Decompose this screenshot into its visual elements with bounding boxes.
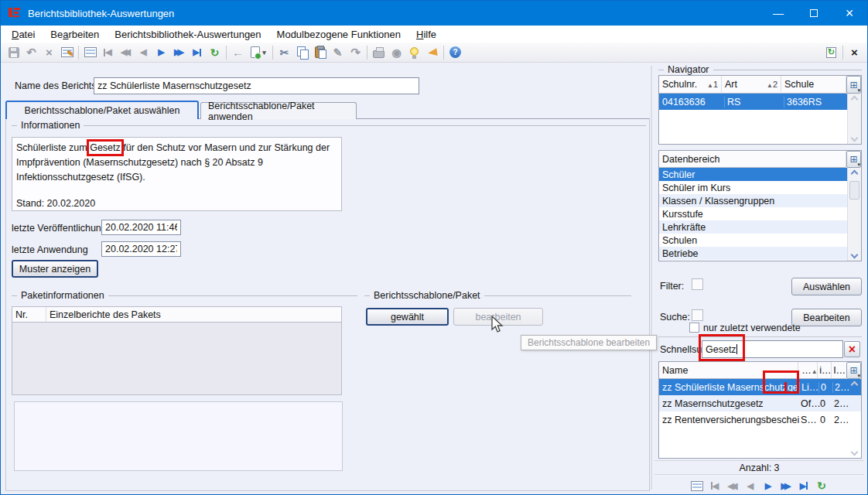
minimize-button[interactable]: — [760, 1, 796, 26]
edit-page-button[interactable]: ✎ [329, 44, 347, 61]
first-record-button[interactable]: ◀ [99, 44, 117, 61]
close-view-button[interactable]: × [846, 44, 863, 61]
save-button[interactable] [5, 44, 22, 61]
menu-modulbezogene-funktionen[interactable]: Modulbezogene Funktionen [269, 27, 408, 42]
forward-button[interactable]: ▶▶ [777, 477, 795, 494]
muster-anzeigen-button[interactable]: Muster anzeigen [12, 260, 98, 278]
list-item-betriebe[interactable]: Betriebe [659, 247, 848, 260]
tab-schablone-auswaehlen[interactable]: Berichtsschablone/Paket auswählen [5, 101, 199, 119]
first-record-button[interactable]: ◀ [706, 477, 724, 494]
disc-button[interactable]: ◉ [388, 44, 405, 61]
separator-line [658, 336, 862, 337]
gewaehlt-button[interactable]: gewählt [366, 308, 449, 326]
next-record-button[interactable]: ▶ [760, 477, 777, 494]
results-col-i[interactable]: i… [818, 362, 832, 379]
rewind-button[interactable]: ◀◀ [117, 44, 135, 61]
filter-checkbox[interactable] [692, 278, 703, 290]
result-row-1[interactable]: zz Schülerliste Masernschutzgesetz Li… 0… [659, 379, 861, 395]
results-scrollbar[interactable] [847, 379, 861, 458]
panel-splitter[interactable] [651, 66, 652, 490]
scroll-up-icon[interactable] [851, 170, 859, 178]
published-label: letzte Veröffentlichung [12, 223, 107, 234]
list-item-klassen[interactable]: Klassen / Klassengruppen [659, 194, 848, 207]
last-record-button[interactable]: ▶ [795, 477, 813, 494]
results-customize-button[interactable]: ⊞▾ [846, 362, 861, 379]
schnellsuche-input[interactable]: Gesetz [702, 340, 843, 358]
paket-col-reports[interactable]: Einzelberichte des Pakets [46, 307, 341, 323]
close-button[interactable]: × [832, 1, 867, 26]
suche-checkbox[interactable] [692, 309, 703, 321]
menu-datei[interactable]: Datei [4, 27, 43, 42]
undo-button[interactable]: ↶ [22, 44, 40, 61]
previous-record-button[interactable]: ◀ [135, 44, 152, 61]
results-col-sort[interactable]: …▲ [798, 362, 818, 379]
print-button[interactable] [370, 44, 388, 61]
last-record-button[interactable]: ▶ [188, 44, 206, 61]
paste-button[interactable] [311, 44, 329, 61]
back-button[interactable]: ← [229, 44, 247, 61]
menu-berichtsbibliothek[interactable]: Berichtsbibliothek-Auswertungen [107, 27, 268, 42]
col-art[interactable]: Art▲2 [722, 76, 781, 94]
delete-button[interactable]: × [40, 44, 58, 61]
export-icon [826, 47, 836, 58]
datasheet-button[interactable] [81, 44, 99, 61]
scroll-up-icon[interactable] [851, 96, 859, 104]
list-item-lehrkraefte[interactable]: Lehrkräfte [659, 220, 848, 234]
grid-customize-button[interactable]: ⊞▾ [846, 76, 861, 94]
bearbeiten-suche-button[interactable]: Bearbeiten [791, 309, 862, 326]
forward-button[interactable]: ▶▶ [170, 44, 188, 61]
datenbereich-list: Datenbereich ⊞▾ Schüler Schüler im Kurs … [658, 150, 862, 261]
list-item-schueler[interactable]: Schüler [659, 168, 848, 181]
export-button[interactable] [822, 44, 840, 61]
help-button[interactable]: ? [446, 44, 464, 61]
refresh-button[interactable]: ↻ [813, 477, 831, 494]
list-item-schulen[interactable]: Schulen [659, 234, 848, 247]
datenbereich-header[interactable]: Datenbereich [659, 151, 846, 168]
dropdown-icon[interactable]: ▾ [262, 49, 266, 56]
result-row-2[interactable]: zz Masernschutzgesetz Of… 0 2… [659, 395, 861, 411]
paket-col-nr[interactable]: Nr. [12, 307, 46, 323]
scroll-down-icon[interactable] [851, 251, 859, 259]
revert-button[interactable]: ↷ [347, 44, 364, 61]
scroll-down-icon[interactable] [850, 449, 858, 456]
tab-schablone-anwenden[interactable]: Berichtsschablone/Paket anwenden [200, 102, 357, 119]
list-item-kursstufe[interactable]: Kursstufe [659, 207, 848, 220]
notify-button[interactable] [423, 44, 441, 61]
results-col-l[interactable]: I… [832, 362, 846, 379]
previous-record-button[interactable]: ◀ [742, 477, 760, 494]
col-schulnr[interactable]: Schulnr.▲▲11 [659, 76, 722, 94]
school-grid-scrollbar[interactable] [847, 94, 861, 144]
datenbereich-customize-button[interactable]: ⊞▾ [846, 151, 861, 168]
datenbereich-scrollbar[interactable] [847, 168, 861, 261]
hint-button[interactable] [405, 44, 423, 61]
navigator-legend: Navigator [664, 64, 713, 75]
nur-zuletzt-checkbox[interactable] [689, 323, 699, 333]
menu-bearbeiten[interactable]: Bearbeiten [43, 27, 107, 42]
scroll-down-icon[interactable] [851, 135, 859, 142]
auswaehlen-button[interactable]: Auswählen [791, 278, 862, 295]
cut-button[interactable]: ✂ [275, 44, 293, 61]
school-row[interactable]: 04163636 RS 3636RS [659, 94, 861, 110]
bearbeiten-tooltip: Berichtsschablone bearbeiten [521, 335, 657, 350]
scroll-up-icon[interactable] [850, 381, 858, 389]
copy-button[interactable] [293, 44, 311, 61]
clear-search-button[interactable]: × [844, 341, 860, 357]
scroll-thumb[interactable] [849, 181, 859, 200]
result-row-3[interactable]: zz Rentenversicherungsbescheinigung… S… … [659, 411, 861, 428]
applied-input[interactable] [101, 241, 181, 257]
menu-hilfe[interactable]: Hilfe [408, 27, 444, 42]
list-item-schueler-im-kurs[interactable]: Schüler im Kurs [659, 181, 848, 194]
col-schule[interactable]: Schule [781, 76, 846, 94]
report-name-input[interactable] [94, 77, 419, 94]
refresh-button[interactable]: ↻ [206, 44, 224, 61]
next-record-button[interactable]: ▶ [152, 44, 170, 61]
notes-box[interactable] [14, 401, 343, 471]
edit-record-button[interactable]: ✎ [58, 44, 76, 61]
datasheet-button[interactable] [689, 477, 706, 494]
maximize-button[interactable] [796, 1, 832, 26]
published-input[interactable] [101, 220, 181, 235]
results-col-name[interactable]: Name [659, 362, 798, 379]
rewind-button[interactable]: ◀◀ [724, 477, 742, 494]
new-document-icon [251, 46, 260, 58]
new-document-button[interactable]: ▾ [247, 44, 270, 61]
